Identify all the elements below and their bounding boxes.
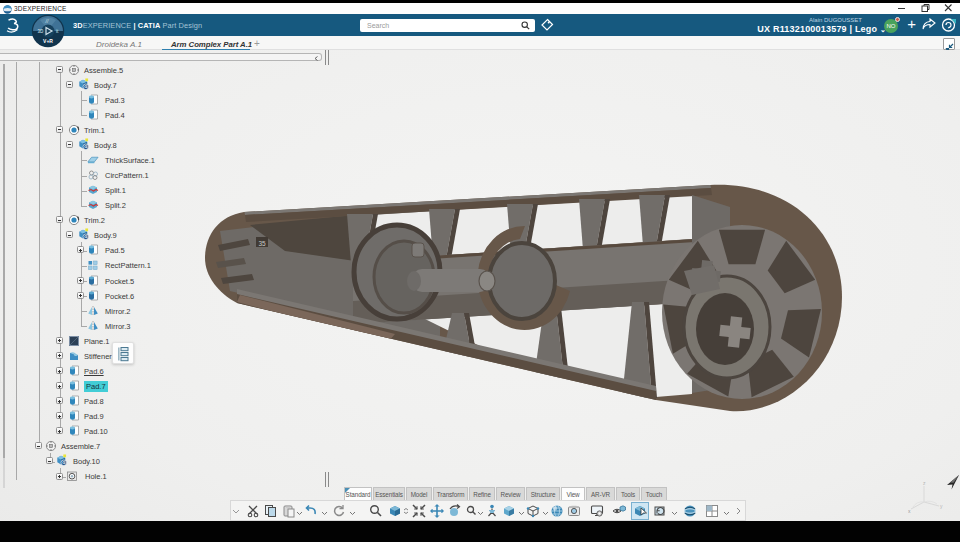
svg-text:z: z (923, 480, 926, 486)
svg-text:35: 35 (258, 240, 266, 247)
svg-text://: // (45, 18, 49, 24)
svg-text:x: x (908, 508, 911, 514)
svg-text:G: G (62, 461, 65, 466)
svg-text:V+R: V+R (43, 38, 53, 44)
svg-text:G: G (84, 84, 87, 89)
svg-text:G: G (84, 235, 87, 240)
svg-text:y: y (940, 503, 943, 509)
svg-text:3D: 3D (38, 29, 45, 34)
svg-text:G: G (84, 144, 87, 149)
